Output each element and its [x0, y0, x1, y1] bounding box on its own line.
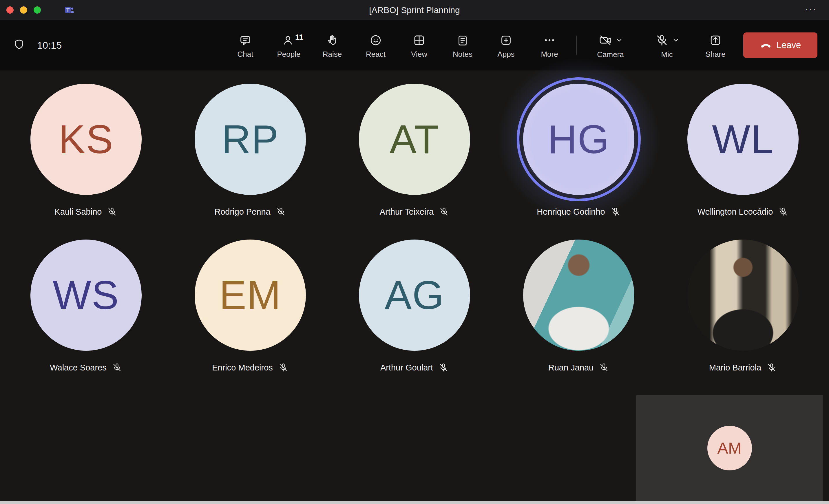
muted-mic-icon: [599, 362, 609, 373]
participant-initials: HG: [548, 116, 610, 163]
participant-tile[interactable]: HG Henrique Godinho: [497, 84, 661, 217]
participant-name: Wellington Leocádio: [697, 207, 773, 217]
participant-avatar: HG: [523, 84, 634, 195]
participant-name-row: Kauli Sabino: [55, 207, 118, 217]
apps-button[interactable]: Apps: [484, 32, 528, 59]
participant-name: Enrico Medeiros: [212, 363, 273, 372]
participant-name-row: Enrico Medeiros: [212, 362, 288, 373]
participant-tile[interactable]: AT Arthur Teixeira: [332, 84, 497, 217]
camera-chevron-icon[interactable]: [616, 37, 623, 44]
participant-tile[interactable]: Ruan Janau: [497, 240, 661, 373]
participant-name: Arthur Teixeira: [380, 207, 434, 217]
participant-name-row: Walace Soares: [50, 362, 122, 373]
meeting-stage: KS Kauli Sabino RP Rodrigo Penna: [0, 70, 829, 504]
muted-mic-icon: [610, 207, 621, 217]
share-icon: [709, 34, 722, 47]
muted-mic-icon: [778, 207, 788, 217]
participant-initials: WS: [53, 272, 119, 319]
raise-hand-icon: [326, 34, 339, 47]
muted-mic-icon: [112, 362, 122, 373]
muted-mic-icon: [438, 362, 449, 373]
participant-name-row: Arthur Goulart: [380, 362, 449, 373]
participant-tile[interactable]: Mario Barriola: [661, 240, 825, 373]
meeting-timer: 10:15: [37, 40, 62, 51]
participant-name: Walace Soares: [50, 363, 107, 372]
participant-initials: RP: [222, 116, 279, 163]
apps-icon: [499, 34, 513, 47]
participant-name: Mario Barriola: [709, 363, 761, 372]
meeting-toolbar: 10:15 Chat 11 People Raise: [0, 20, 829, 70]
view-label: View: [411, 50, 427, 59]
people-button[interactable]: 11 People: [267, 32, 311, 59]
react-label: React: [366, 50, 386, 59]
participant-initials: EM: [219, 272, 281, 319]
participant-name: Arthur Goulart: [380, 363, 433, 372]
teams-app-icon: [64, 5, 75, 15]
zoom-window-button[interactable]: [34, 6, 41, 13]
muted-mic-icon: [439, 207, 449, 217]
mic-off-icon: [655, 33, 669, 47]
participant-name: Henrique Godinho: [537, 207, 605, 217]
chat-label: Chat: [238, 50, 253, 59]
participant-tile[interactable]: WS Walace Soares: [4, 240, 168, 373]
leave-button[interactable]: Leave: [743, 32, 818, 58]
participant-avatar: RP: [195, 84, 306, 195]
muted-mic-icon: [107, 207, 117, 217]
chat-icon: [239, 34, 252, 47]
close-window-button[interactable]: [6, 6, 13, 13]
window-titlebar: [ARBO] Sprint Planning ⋯: [0, 0, 829, 20]
participant-tile[interactable]: RP Rodrigo Penna: [168, 84, 332, 217]
share-label: Share: [705, 50, 725, 59]
participant-name-row: Wellington Leocádio: [697, 207, 789, 217]
notes-label: Notes: [453, 50, 472, 59]
participant-initials: KS: [59, 116, 114, 163]
window-title: [ARBO] Sprint Planning: [0, 5, 829, 15]
participant-tile[interactable]: AG Arthur Goulart: [332, 240, 497, 373]
window-controls: [0, 6, 41, 13]
participant-avatar: WS: [30, 240, 142, 351]
participant-tile[interactable]: WL Wellington Leocádio: [661, 84, 825, 217]
participant-avatar: AT: [359, 84, 470, 195]
minimize-window-button[interactable]: [20, 6, 27, 13]
chat-button[interactable]: Chat: [224, 32, 267, 59]
apps-label: Apps: [497, 50, 514, 59]
participant-initials: AT: [390, 116, 440, 163]
view-button[interactable]: View: [397, 32, 441, 59]
view-icon: [412, 34, 426, 47]
window-more-icon[interactable]: ⋯: [805, 2, 818, 15]
participant-tile[interactable]: EM Enrico Medeiros: [168, 240, 332, 373]
muted-mic-icon: [276, 207, 286, 217]
participant-name: Rodrigo Penna: [214, 207, 270, 217]
hangup-phone-icon: [760, 39, 772, 51]
participant-avatar: [523, 240, 634, 351]
security-shield-icon: [13, 38, 26, 52]
participant-avatar: [687, 240, 799, 351]
raise-label: Raise: [323, 50, 342, 59]
participant-avatar: WL: [687, 84, 799, 195]
notes-button[interactable]: Notes: [441, 32, 484, 59]
self-view-tile[interactable]: AM: [636, 395, 823, 501]
participant-initials: AG: [385, 272, 444, 319]
participant-name: Kauli Sabino: [55, 207, 102, 217]
mic-chevron-icon[interactable]: [672, 37, 679, 44]
people-count-badge: 11: [295, 33, 303, 42]
participant-name-row: Henrique Godinho: [537, 207, 620, 217]
camera-off-icon: [599, 33, 612, 47]
people-icon: [282, 34, 295, 47]
participant-tile[interactable]: KS Kauli Sabino: [4, 84, 168, 217]
self-initials: AM: [718, 438, 742, 457]
raise-hand-button[interactable]: Raise: [311, 32, 354, 59]
participant-avatar: AG: [359, 240, 470, 351]
muted-mic-icon: [766, 362, 777, 373]
muted-mic-icon: [278, 362, 288, 373]
participant-name: Ruan Janau: [548, 363, 593, 372]
participant-avatar: EM: [195, 240, 306, 351]
participant-name-row: Ruan Janau: [548, 362, 609, 373]
window-bottom-edge: [0, 501, 829, 504]
share-button[interactable]: Share: [695, 32, 736, 59]
leave-label: Leave: [777, 40, 801, 50]
react-button[interactable]: React: [354, 32, 397, 59]
mic-button[interactable]: Mic: [639, 32, 695, 59]
participant-avatar: KS: [30, 84, 142, 195]
mic-label: Mic: [661, 50, 673, 59]
